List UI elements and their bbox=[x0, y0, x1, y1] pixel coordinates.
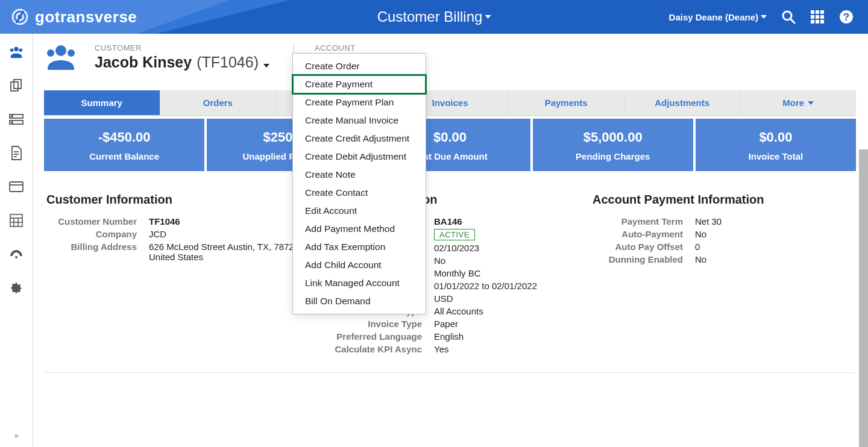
tab-orders[interactable]: Orders bbox=[160, 90, 277, 115]
server-icon[interactable] bbox=[9, 112, 24, 127]
dropdown-item-add-child-account[interactable]: Add Child Account bbox=[293, 256, 426, 274]
dashboard-gauge-icon[interactable] bbox=[9, 247, 24, 261]
svg-point-35 bbox=[15, 256, 17, 258]
payment-info-heading: Account Payment Information bbox=[593, 193, 854, 207]
auto-payment-label: Auto-Payment bbox=[593, 229, 683, 239]
kpi-label: Invoice Total bbox=[700, 151, 851, 161]
svg-rect-20 bbox=[14, 80, 21, 89]
dropdown-item-link-managed-account[interactable]: Link Managed Account bbox=[293, 274, 426, 292]
svg-point-38 bbox=[68, 49, 75, 57]
kpi-row: -$450.00 Current Balance $250.00 Unappli… bbox=[44, 119, 856, 171]
svg-point-24 bbox=[11, 122, 13, 123]
top-bar-right: Daisy Deane (Deane) ? bbox=[669, 10, 868, 24]
dropdown-item-create-payment[interactable]: Create Payment bbox=[293, 75, 426, 93]
cust-number-label: Customer Number bbox=[46, 216, 137, 227]
svg-rect-13 bbox=[820, 20, 824, 23]
customer-id: (TF1046) bbox=[197, 54, 259, 71]
dropdown-item-add-tax-exemption[interactable]: Add Tax Exemption bbox=[293, 238, 426, 256]
scrollbar[interactable] bbox=[859, 149, 868, 447]
invoice-type-label: Invoice Type bbox=[319, 319, 422, 329]
pref-lang-value: English bbox=[434, 331, 580, 342]
payment-info-grid: Payment Term Net 30 Auto-Payment No Auto… bbox=[593, 216, 854, 264]
dropdown-item-add-payment-method[interactable]: Add Payment Method bbox=[293, 220, 426, 238]
invoice-type-value: Paper bbox=[434, 319, 580, 329]
customers-icon[interactable] bbox=[9, 45, 24, 59]
auto-pay-offset-label: Auto Pay Offset bbox=[593, 242, 683, 252]
svg-point-18 bbox=[19, 48, 23, 52]
dropdown-item-create-credit-adjustment[interactable]: Create Credit Adjustment bbox=[293, 130, 426, 148]
brand-block: gotransverse bbox=[0, 8, 137, 27]
dropdown-item-edit-account[interactable]: Edit Account bbox=[293, 202, 426, 220]
kpi-value: $5,000.00 bbox=[538, 130, 688, 145]
top-nav-title[interactable]: Customer Billing bbox=[377, 8, 491, 25]
kpi-pending-charges: $5,000.00 Pending Charges bbox=[533, 119, 693, 171]
customer-label: CUSTOMER bbox=[95, 43, 269, 52]
svg-rect-8 bbox=[811, 15, 814, 19]
svg-rect-28 bbox=[10, 182, 23, 192]
customer-info-heading: Customer Information bbox=[46, 193, 307, 207]
tab-more[interactable]: More bbox=[740, 90, 856, 115]
kpi-current-balance: -$450.00 Current Balance bbox=[44, 119, 204, 171]
customer-name: Jacob Kinsey bbox=[95, 54, 192, 71]
svg-rect-12 bbox=[816, 20, 819, 23]
user-name-text: Daisy Deane (Deane) bbox=[669, 12, 758, 22]
payment-info-col: Account Payment Information Payment Term… bbox=[593, 193, 854, 264]
customer-title[interactable]: Jacob Kinsey (TF1046) bbox=[95, 54, 269, 71]
credit-card-icon[interactable] bbox=[9, 180, 24, 194]
account-label: ACCOUNT bbox=[315, 43, 373, 52]
dropdown-item-create-manual-invoice[interactable]: Create Manual Invoice bbox=[293, 111, 426, 130]
svg-point-23 bbox=[11, 116, 13, 117]
svg-point-36 bbox=[55, 45, 66, 56]
kpi-value: $0.00 bbox=[700, 130, 851, 145]
expand-sidebar-icon[interactable]: » bbox=[14, 431, 18, 440]
bill-type-value: All Accounts bbox=[434, 306, 580, 316]
kpi-value: -$450.00 bbox=[49, 130, 200, 145]
kpi-async-label: Calculate KPI Async bbox=[319, 344, 422, 354]
dropdown-item-create-contact[interactable]: Create Contact bbox=[293, 184, 426, 202]
help-icon[interactable]: ? bbox=[839, 10, 854, 24]
dropdown-item-create-order[interactable]: Create Order bbox=[293, 57, 426, 75]
status-badge: ACTIVE bbox=[434, 229, 475, 240]
apps-grid-icon[interactable] bbox=[810, 10, 825, 24]
entity-header: CUSTOMER Jacob Kinsey (TF1046) ACCOUNT B… bbox=[44, 43, 856, 80]
copy-icon[interactable] bbox=[9, 78, 24, 93]
dropdown-item-create-payment-plan[interactable]: Create Payment Plan bbox=[293, 93, 426, 111]
dunning-enabled-label: Dunning Enabled bbox=[593, 254, 683, 264]
caret-down-icon bbox=[485, 15, 491, 19]
svg-rect-7 bbox=[820, 10, 824, 14]
svg-rect-9 bbox=[816, 15, 819, 19]
auto-pay-offset-value: 0 bbox=[695, 242, 854, 252]
user-menu[interactable]: Daisy Deane (Deane) bbox=[669, 12, 767, 22]
svg-text:?: ? bbox=[843, 11, 849, 23]
account-tabs: Summary Orders Invoices Payments Adjustm… bbox=[44, 90, 856, 116]
svg-line-2 bbox=[16, 11, 24, 23]
tax-exempt-value: No bbox=[434, 255, 580, 266]
dropdown-item-create-note[interactable]: Create Note bbox=[293, 166, 426, 184]
svg-point-16 bbox=[14, 47, 18, 51]
search-icon[interactable] bbox=[781, 10, 796, 24]
pref-lang-label: Preferred Language bbox=[319, 331, 422, 342]
tab-payments[interactable]: Payments bbox=[508, 90, 624, 115]
tab-adjustments[interactable]: Adjustments bbox=[624, 90, 741, 115]
document-icon[interactable] bbox=[9, 146, 24, 160]
currency-value: USD bbox=[434, 293, 580, 304]
top-nav-title-text: Customer Billing bbox=[377, 8, 483, 25]
svg-rect-30 bbox=[10, 214, 22, 227]
dropdown-item-create-debit-adjustment[interactable]: Create Debit Adjustment bbox=[293, 148, 426, 166]
dropdown-item-bill-on-demand[interactable]: Bill On Demand bbox=[293, 292, 426, 310]
svg-rect-10 bbox=[820, 15, 824, 19]
tab-more-label: More bbox=[782, 98, 804, 108]
scrollbar-thumb[interactable] bbox=[859, 149, 868, 447]
sidebar: » bbox=[0, 34, 33, 447]
kpi-invoice-total: $0.00 Invoice Total bbox=[696, 119, 856, 171]
cust-number-value: TF1046 bbox=[149, 216, 307, 227]
tab-summary[interactable]: Summary bbox=[44, 90, 160, 115]
calculator-icon[interactable] bbox=[9, 213, 24, 228]
kpi-async-value: Yes bbox=[434, 344, 580, 354]
brand-logo-icon bbox=[11, 8, 29, 26]
svg-rect-5 bbox=[811, 10, 814, 14]
dunning-enabled-value: No bbox=[695, 254, 854, 264]
top-bar: gotransverse Customer Billing Daisy Dean… bbox=[0, 0, 868, 34]
company-label: Company bbox=[46, 229, 137, 239]
gear-icon[interactable] bbox=[9, 281, 24, 295]
